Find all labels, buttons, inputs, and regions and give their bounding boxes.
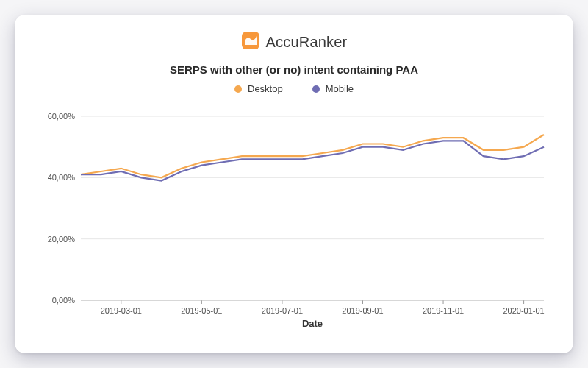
legend: Desktop Mobile (37, 83, 551, 94)
x-tick-label: 2019-07-01 (262, 306, 303, 315)
y-tick-label: 0,00% (52, 296, 75, 305)
series-group (81, 135, 544, 181)
brand-row: AccuRanker (37, 31, 551, 53)
x-tick-label: 2019-05-01 (181, 306, 222, 315)
legend-swatch-mobile (312, 85, 320, 93)
x-axis-label: Date (302, 318, 323, 329)
y-tick-label: 60,00% (48, 112, 76, 121)
legend-item-mobile: Mobile (312, 83, 354, 94)
x-tick-label: 2019-11-01 (423, 306, 464, 315)
brand-name: AccuRanker (266, 34, 348, 51)
x-axis: 2019-03-012019-05-012019-07-012019-09-01… (81, 300, 545, 315)
x-tick-label: 2020-01-01 (503, 306, 544, 315)
legend-swatch-desktop (234, 85, 242, 93)
series-line-desktop (81, 135, 544, 177)
x-tick-label: 2019-03-01 (101, 306, 142, 315)
chart-title: SERPS with other (or no) intent containi… (37, 63, 551, 76)
y-tick-label: 40,00% (48, 173, 76, 182)
brand-logo-icon (241, 31, 260, 53)
chart-area: 0,00%20,00%40,00%60,00% 2019-03-012019-0… (37, 100, 551, 339)
legend-label-mobile: Mobile (326, 83, 354, 94)
x-tick-label: 2019-09-01 (342, 306, 383, 315)
legend-item-desktop: Desktop (234, 83, 283, 94)
chart-card: AccuRanker SERPS with other (or no) inte… (15, 15, 573, 353)
y-tick-label: 20,00% (48, 235, 76, 244)
line-chart-svg: 0,00%20,00%40,00%60,00% 2019-03-012019-0… (37, 100, 551, 339)
series-line-mobile (81, 141, 544, 180)
legend-label-desktop: Desktop (248, 83, 283, 94)
